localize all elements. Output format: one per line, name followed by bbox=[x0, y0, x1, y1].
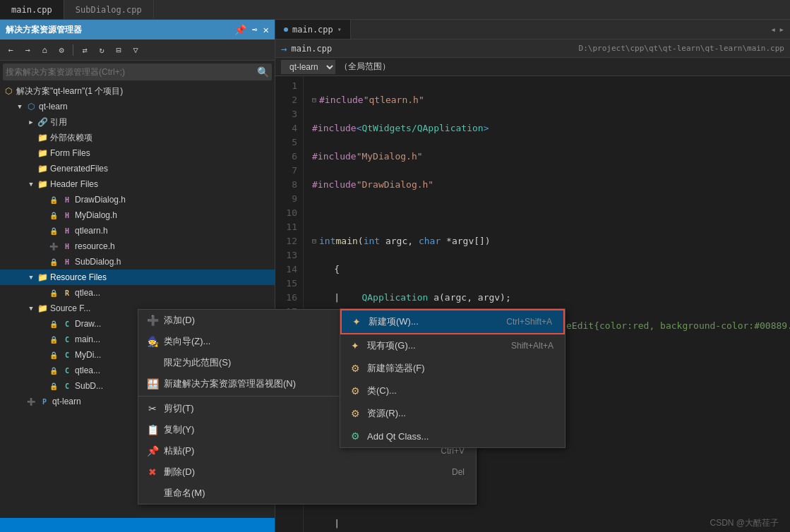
editor-tab-main-cpp[interactable]: main.cpp ▾ bbox=[275, 20, 351, 39]
qtlearn-rc-label: qtlea... bbox=[75, 288, 100, 298]
code-line-4: #include "DrawDialog.h" bbox=[312, 178, 790, 192]
panel-title-bar: 解决方案资源管理器 📌 ⊸ ✕ bbox=[0, 20, 275, 40]
ext-dep-label: 外部依赖项 bbox=[50, 132, 92, 144]
code-line-2: #include <QtWidgets/QApplication> bbox=[312, 121, 790, 135]
md-h-lock-icon: 🔒 bbox=[48, 210, 59, 221]
existing-item-icon: ✦ bbox=[347, 338, 363, 353]
code-line-5 bbox=[312, 206, 790, 220]
rename-icon bbox=[145, 486, 160, 500]
tree-item-qtlearn-rc[interactable]: ▶ 🔒 R qtlea... bbox=[0, 285, 275, 301]
cut-icon: ✂ bbox=[145, 401, 160, 416]
tree-item-resource-h[interactable]: ▶ ➕ H resource.h bbox=[0, 238, 275, 254]
paste-icon: 📌 bbox=[145, 444, 160, 458]
code-line-1: ⊟#include "qtlearn.h" bbox=[312, 93, 790, 107]
search-icon[interactable]: 🔍 bbox=[257, 66, 269, 78]
submenu-existing-item[interactable]: ✦ 现有项(G)... Shift+Alt+A bbox=[340, 334, 565, 357]
tab-subdialog-cpp[interactable]: SubDialog.cpp bbox=[64, 0, 154, 19]
mydialog-h-label: MyDialog.h bbox=[75, 210, 117, 220]
project-icon: ⬡ bbox=[25, 101, 37, 112]
editor-tab-actions: ◂ ▸ bbox=[770, 24, 790, 35]
tree-item-external-deps[interactable]: ▶ 📁 外部依赖项 bbox=[0, 130, 275, 145]
qtlearn-proj-label: qt-learn bbox=[52, 397, 81, 406]
sd-h-lock-icon: 🔒 bbox=[48, 256, 59, 267]
new-item-label: 新建项(W)... bbox=[369, 315, 506, 328]
scroll-right-icon[interactable]: ▸ bbox=[779, 24, 784, 35]
submenu-class[interactable]: ⚙ 类(C)... bbox=[340, 380, 565, 402]
form-label: Form Files bbox=[50, 148, 90, 158]
header-label: Header Files bbox=[50, 179, 98, 189]
drawdialog-h-label: DrawDialog.h bbox=[75, 195, 126, 205]
sync-button[interactable]: ⇄ bbox=[77, 42, 92, 58]
project-dropdown[interactable]: qt-learn bbox=[281, 60, 335, 74]
subd-cpp-lock-icon: 🔒 bbox=[48, 380, 59, 392]
ext-dep-icon: 📁 bbox=[37, 132, 48, 143]
main-cpp-lock-icon: 🔒 bbox=[48, 334, 59, 345]
refresh-button[interactable]: ↻ bbox=[94, 42, 109, 58]
context-menu: ➕ 添加(D) ▶ ✦ 新建项(W)... Ctrl+Shift+A ✦ 现有项… bbox=[138, 309, 477, 504]
tree-item-header-files[interactable]: ▼ 📁 Header Files bbox=[0, 176, 275, 192]
draw-cpp-icon: C bbox=[61, 318, 73, 330]
project-label: qt-learn bbox=[39, 102, 68, 111]
ql-cpp-lock-icon: 🔒 bbox=[48, 365, 59, 376]
res-h-lock-icon: ➕ bbox=[48, 241, 59, 252]
search-input[interactable] bbox=[6, 67, 254, 77]
home-button[interactable]: ⌂ bbox=[37, 42, 52, 58]
tree-item-form-files[interactable]: ▶ 📁 Form Files bbox=[0, 145, 275, 161]
resource-icon: ⚙ bbox=[347, 406, 363, 421]
tree-item-resource-files[interactable]: ▼ 📁 Resource Files bbox=[0, 270, 275, 285]
submenu-new-filter[interactable]: ⚙ 新建筛选器(F) bbox=[340, 357, 565, 380]
tree-item-drawdialog-h[interactable]: ▶ 🔒 H DrawDialog.h bbox=[0, 192, 275, 207]
collapse-button[interactable]: ⊟ bbox=[111, 42, 126, 58]
sf-arrow: ▼ bbox=[25, 303, 37, 314]
tree-item-qtlearn-h[interactable]: ▶ 🔒 H qtlearn.h bbox=[0, 223, 275, 238]
breadcrumb-file[interactable]: main.cpp bbox=[291, 44, 332, 54]
tab-main-cpp[interactable]: main.cpp bbox=[0, 0, 64, 19]
code-line-6: ⊟int main(int argc, char *argv[]) bbox=[312, 234, 790, 248]
editor-tab-main-label: main.cpp bbox=[292, 25, 333, 35]
scope-text: （全局范围） bbox=[340, 61, 390, 73]
filter-icon: ▽ bbox=[133, 45, 138, 55]
rename-label: 重命名(M) bbox=[164, 487, 465, 500]
tree-solution-root[interactable]: ⬡ 解决方案"qt-learn"(1 个项目) bbox=[0, 83, 275, 99]
ref-arrow: ▶ bbox=[25, 116, 37, 128]
menu-item-add[interactable]: ➕ 添加(D) ▶ ✦ 新建项(W)... Ctrl+Shift+A ✦ 现有项… bbox=[138, 310, 476, 331]
ql-h-icon: H bbox=[61, 225, 73, 236]
new-item-icon: ✦ bbox=[349, 314, 364, 330]
home-icon: ⌂ bbox=[42, 45, 47, 55]
filter-button[interactable]: ▽ bbox=[128, 42, 143, 58]
tree-item-subdialog-h[interactable]: ▶ 🔒 H SubDialog.h bbox=[0, 254, 275, 270]
submenu-add-qt-class[interactable]: ⚙ Add Qt Class... bbox=[340, 425, 565, 447]
ql-h-lock-icon: 🔒 bbox=[48, 225, 59, 236]
generated-label: GeneratedFiles bbox=[50, 164, 108, 174]
solution-icon: ⬡ bbox=[3, 85, 14, 97]
tree-item-mydialog-h[interactable]: ▶ 🔒 H MyDialog.h bbox=[0, 207, 275, 223]
tree-item-ref[interactable]: ▶ 🔗 引用 bbox=[0, 114, 275, 130]
menu-item-delete[interactable]: ✖ 删除(D) Del bbox=[138, 461, 476, 483]
delete-label: 删除(D) bbox=[164, 466, 424, 478]
tab-main-cpp-label: main.cpp bbox=[11, 5, 52, 15]
submenu-resource[interactable]: ⚙ 资源(R)... bbox=[340, 402, 565, 425]
panel-title-controls: 📌 ⊸ ✕ bbox=[234, 24, 269, 35]
editor-second-bar: qt-learn （全局范围） bbox=[275, 58, 790, 76]
close-panel-button[interactable]: ✕ bbox=[263, 24, 269, 35]
gen-icon: 📁 bbox=[37, 163, 48, 174]
forward-button[interactable]: → bbox=[20, 42, 35, 58]
resource-h-label: resource.h bbox=[75, 241, 115, 251]
delete-shortcut: Del bbox=[452, 467, 465, 477]
pin-icon[interactable]: 📌 bbox=[234, 24, 246, 35]
settings-icon: ⚙ bbox=[59, 45, 64, 55]
menu-item-rename[interactable]: 重命名(M) bbox=[138, 483, 476, 504]
settings-button[interactable]: ⚙ bbox=[54, 42, 69, 58]
scroll-left-icon[interactable]: ◂ bbox=[770, 24, 776, 35]
back-button[interactable]: ← bbox=[3, 42, 18, 58]
panel-title: 解决方案资源管理器 bbox=[6, 24, 234, 36]
res-h-icon: H bbox=[61, 241, 73, 252]
unpin-icon[interactable]: ⊸ bbox=[252, 25, 257, 35]
tree-item-generated-files[interactable]: ▶ 📁 GeneratedFiles bbox=[0, 161, 275, 176]
delete-icon: ✖ bbox=[145, 465, 160, 479]
project-arrow: ▼ bbox=[14, 101, 25, 112]
rf-icon: 📁 bbox=[37, 272, 48, 283]
tree-project-qtlearn[interactable]: ▼ ⬡ qt-learn bbox=[0, 99, 275, 114]
submenu-new-item[interactable]: ✦ 新建项(W)... Ctrl+Shift+A bbox=[340, 309, 565, 334]
qt-class-label: Add Qt Class... bbox=[367, 431, 553, 442]
